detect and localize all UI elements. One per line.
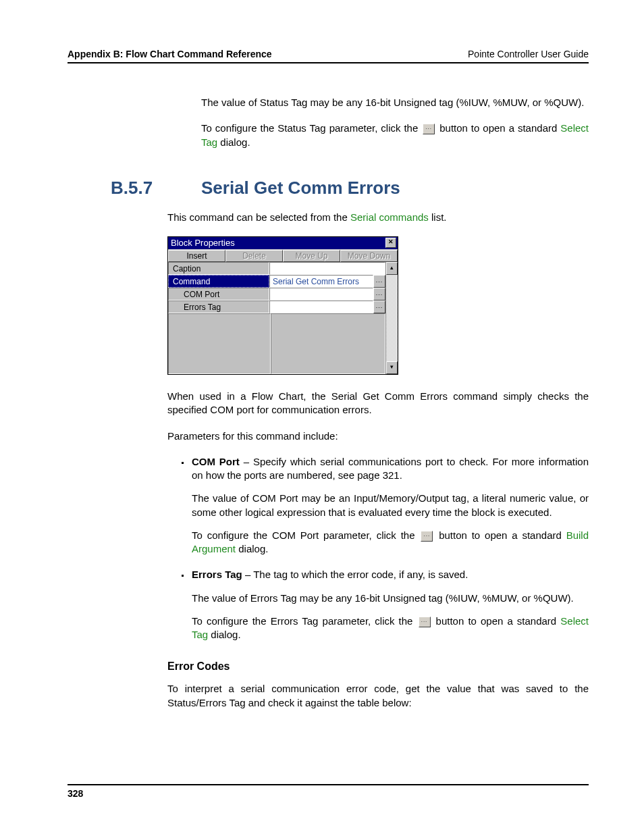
page-footer: 328 (68, 784, 589, 799)
description-para: When used in a Flow Chart, the Serial Ge… (167, 390, 589, 417)
comport-sub1: The value of COM Port may be an Input/Me… (192, 492, 589, 519)
command-value[interactable]: Serial Get Comm Errors (269, 275, 373, 288)
caption-value[interactable] (269, 262, 385, 275)
empty-left (168, 313, 271, 374)
close-button[interactable]: ✕ (385, 238, 396, 248)
command-source-para: This command can be selected from the Se… (167, 211, 589, 224)
parameters-intro: Parameters for this command include: (167, 429, 589, 443)
comport-value[interactable] (269, 288, 373, 301)
section-number: B.5.7 (111, 178, 201, 199)
header-left: Appendix B: Flow Chart Command Reference (68, 49, 272, 59)
errorstag-label[interactable]: Errors Tag (168, 301, 269, 313)
serial-commands-link[interactable]: Serial commands (350, 211, 429, 223)
param-com-port: COM Port – Specify which serial communic… (190, 455, 589, 556)
page-number: 328 (68, 788, 83, 799)
intro-para-2: To configure the Status Tag parameter, c… (201, 122, 589, 149)
errorstag-sub1: The value of Errors Tag may be any 16-bi… (192, 592, 589, 605)
section-title: Serial Get Comm Errors (201, 178, 400, 199)
dialog-title: Block Properties (171, 238, 235, 248)
command-browse-button[interactable]: ... (373, 275, 385, 288)
delete-tab[interactable]: Delete (225, 250, 283, 262)
error-codes-para: To interpret a serial communication erro… (167, 682, 589, 710)
empty-right (271, 313, 385, 374)
ellipsis-button-icon: ... (423, 124, 435, 134)
header-right: Pointe Controller User Guide (468, 49, 589, 59)
insert-tab[interactable]: Insert (168, 250, 225, 262)
comport-browse-button[interactable]: ... (373, 288, 385, 301)
errorstag-value[interactable] (269, 301, 373, 313)
block-properties-dialog: Block Properties ✕ Insert Delete Move Up… (167, 236, 398, 375)
move-up-tab[interactable]: Move Up (283, 250, 340, 262)
param-errors-tag: Errors Tag – The tag to which the error … (190, 568, 589, 642)
ellipsis-button-icon: ... (421, 531, 433, 542)
command-label[interactable]: Command (168, 275, 269, 288)
comport-label[interactable]: COM Port (168, 288, 269, 301)
errorstag-browse-button[interactable]: ... (373, 301, 385, 313)
move-down-tab[interactable]: Move Down (340, 250, 398, 262)
intro-para-1: The value of Status Tag may be any 16-bi… (201, 96, 589, 109)
page-header: Appendix B: Flow Chart Command Reference… (68, 49, 589, 63)
ellipsis-button-icon: ... (419, 617, 431, 627)
error-codes-heading: Error Codes (167, 660, 589, 673)
scroll-down-button[interactable]: ▾ (386, 361, 398, 374)
dialog-titlebar: Block Properties ✕ (168, 237, 398, 249)
caption-label[interactable]: Caption (168, 262, 269, 275)
scroll-up-button[interactable]: ▴ (386, 262, 398, 275)
errorstag-sub2: To configure the Errors Tag parameter, c… (192, 615, 589, 642)
comport-sub2: To configure the COM Port parameter, cli… (192, 529, 589, 556)
scroll-track[interactable] (386, 275, 398, 361)
scrollbar[interactable]: ▴ ▾ (385, 262, 398, 374)
